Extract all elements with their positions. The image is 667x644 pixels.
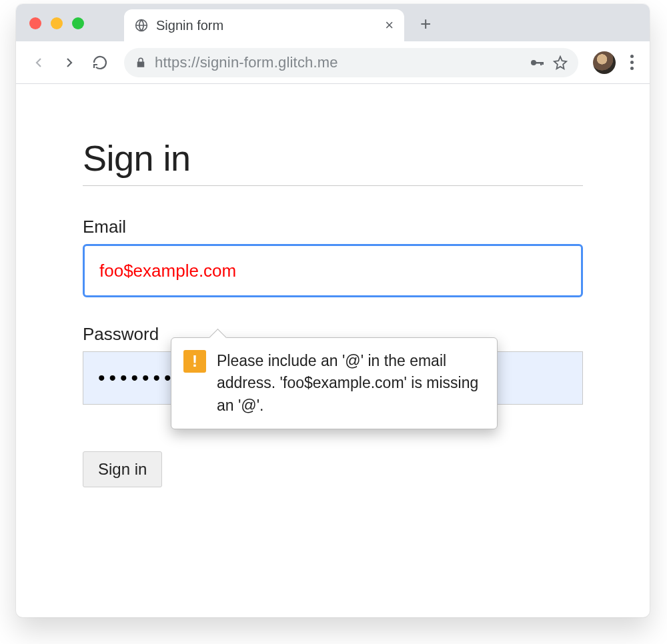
window-controls: [29, 17, 84, 29]
reload-button[interactable]: [87, 49, 113, 76]
star-icon[interactable]: [553, 55, 568, 70]
lock-icon: [135, 57, 147, 69]
forward-button[interactable]: [56, 49, 83, 76]
signin-button[interactable]: Sign in: [83, 451, 162, 487]
email-input[interactable]: [83, 244, 583, 297]
key-icon[interactable]: [529, 55, 545, 71]
page-content: Sign in Email Password Sign in: [16, 84, 650, 514]
url-text: https://signin-form.glitch.me: [155, 54, 521, 71]
address-bar[interactable]: https://signin-form.glitch.me: [124, 48, 578, 77]
profile-avatar[interactable]: [593, 51, 616, 74]
warning-icon: !: [183, 350, 206, 373]
globe-icon: [135, 19, 148, 32]
tab-strip: Signin form × +: [16, 4, 650, 41]
back-button[interactable]: [25, 49, 52, 76]
new-tab-button[interactable]: +: [416, 12, 435, 36]
window-zoom-button[interactable]: [72, 17, 84, 29]
browser-window: Signin form × + https://signin-form.glit…: [16, 4, 650, 617]
window-minimize-button[interactable]: [51, 17, 63, 29]
browser-menu-button[interactable]: [624, 51, 640, 74]
validation-tooltip: ! Please include an '@' in the email add…: [171, 337, 498, 429]
browser-toolbar: https://signin-form.glitch.me: [16, 41, 650, 84]
svg-point-1: [531, 60, 536, 65]
validation-message: Please include an '@' in the email addre…: [217, 350, 482, 417]
window-close-button[interactable]: [29, 17, 41, 29]
svg-rect-4: [542, 62, 544, 65]
browser-tab[interactable]: Signin form ×: [124, 9, 404, 41]
svg-rect-3: [540, 62, 542, 65]
tab-title: Signin form: [156, 18, 377, 33]
email-field-group: Email: [83, 217, 583, 297]
tab-close-button[interactable]: ×: [385, 17, 394, 34]
page-title: Sign in: [83, 137, 583, 186]
email-label: Email: [83, 217, 583, 237]
